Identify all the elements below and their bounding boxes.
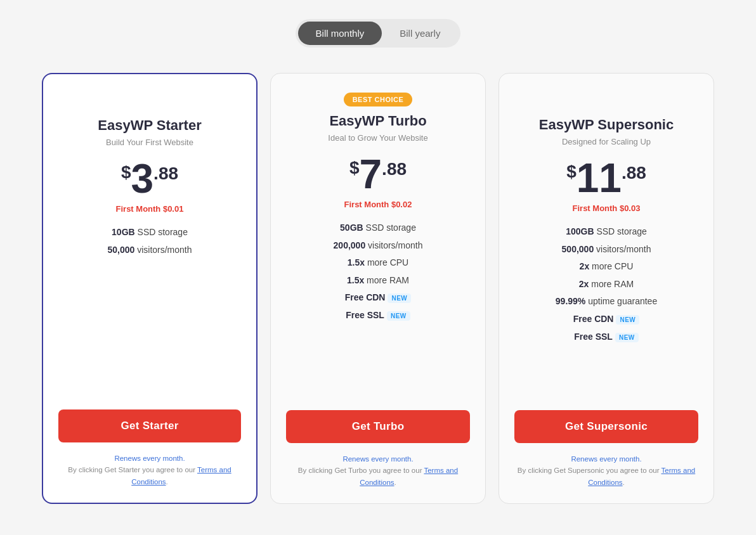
feature-item: 99.99% uptime guarantee bbox=[514, 295, 698, 308]
feature-bold: 2x bbox=[579, 279, 589, 289]
cta-button-supersonic[interactable]: Get Supersonic bbox=[514, 410, 698, 443]
price-dollar: $ bbox=[121, 162, 131, 183]
new-badge: NEW bbox=[616, 315, 639, 325]
feature-item: 50,000 visitors/month bbox=[58, 244, 241, 257]
first-month: First Month $0.02 bbox=[344, 200, 412, 209]
features-list: 50GB SSD storage200,000 visitors/month1.… bbox=[286, 222, 470, 395]
price-dollar: $ bbox=[349, 158, 360, 178]
price-block: $ 3 .88 bbox=[121, 158, 178, 199]
new-badge: NEW bbox=[388, 293, 411, 303]
feature-bold: Free SSL bbox=[346, 310, 384, 320]
feature-item: Free SSLNEW bbox=[286, 309, 470, 322]
feature-bold: 99.99% bbox=[556, 296, 585, 306]
feature-bold: Free SSL bbox=[574, 332, 613, 342]
feature-item: 200,000 visitors/month bbox=[286, 240, 470, 252]
renew-line: Renews every month. bbox=[58, 453, 241, 464]
feature-bold: 500,000 bbox=[562, 244, 594, 254]
plan-card-starter: EasyWP Starter Build Your First Website … bbox=[42, 73, 257, 504]
feature-item: 2x more CPU bbox=[514, 261, 698, 273]
terms-link[interactable]: Terms and Conditions bbox=[360, 467, 458, 486]
new-badge: NEW bbox=[615, 333, 639, 342]
plan-tagline: Build Your First Website bbox=[106, 138, 193, 147]
cta-button-starter[interactable]: Get Starter bbox=[58, 409, 241, 442]
plan-tagline: Ideal to Grow Your Website bbox=[328, 133, 427, 143]
price-main: 11 bbox=[577, 158, 622, 198]
feature-item: Free SSLNEW bbox=[514, 331, 698, 344]
price-main: 7 bbox=[360, 154, 382, 195]
feature-item: 100GB SSD storage bbox=[514, 226, 698, 238]
price-main: 3 bbox=[131, 158, 154, 199]
feature-bold: 100GB bbox=[566, 226, 594, 236]
plan-card-supersonic: EasyWP Supersonic Designed for Scaling U… bbox=[499, 73, 714, 504]
bill-monthly-button[interactable]: Bill monthly bbox=[298, 22, 382, 45]
plan-name: EasyWP Turbo bbox=[329, 113, 426, 129]
plan-tagline: Designed for Scaling Up bbox=[562, 137, 651, 146]
feature-bold: 50GB bbox=[340, 222, 363, 233]
price-cents: .88 bbox=[622, 163, 646, 183]
first-month: First Month $0.03 bbox=[573, 203, 641, 213]
feature-item: 1.5x more CPU bbox=[286, 257, 470, 269]
feature-bold: Free CDN bbox=[345, 292, 386, 302]
features-list: 100GB SSD storage500,000 visitors/month2… bbox=[514, 226, 698, 395]
bill-yearly-button[interactable]: Bill yearly bbox=[382, 22, 458, 45]
feature-bold: 200,000 bbox=[334, 240, 366, 250]
features-list: 10GB SSD storage50,000 visitors/month bbox=[58, 226, 241, 394]
cta-button-turbo[interactable]: Get Turbo bbox=[286, 410, 470, 443]
feature-bold: Free CDN bbox=[573, 314, 614, 324]
renew-line: Renews every month. bbox=[514, 453, 698, 465]
card-footer: Renews every month. By clicking Get Turb… bbox=[286, 453, 470, 488]
plan-name: EasyWP Supersonic bbox=[539, 117, 674, 133]
feature-item: 2x more RAM bbox=[514, 278, 698, 291]
first-month: First Month $0.01 bbox=[116, 204, 184, 214]
feature-item: 10GB SSD storage bbox=[58, 226, 241, 239]
best-choice-badge: BEST CHOICE bbox=[344, 93, 413, 106]
card-footer: Renews every month. By clicking Get Supe… bbox=[514, 453, 698, 488]
feature-item: Free CDNNEW bbox=[286, 292, 470, 304]
plan-name: EasyWP Starter bbox=[98, 117, 201, 134]
feature-bold: 10GB bbox=[112, 227, 135, 237]
feature-bold: 2x bbox=[580, 261, 590, 271]
renew-line: Renews every month. bbox=[286, 453, 470, 465]
feature-bold: 1.5x bbox=[347, 275, 364, 285]
feature-bold: 50,000 bbox=[107, 245, 134, 255]
feature-item: Free CDNNEW bbox=[514, 313, 698, 326]
feature-item: 1.5x more RAM bbox=[286, 274, 470, 287]
feature-item: 50GB SSD storage bbox=[286, 222, 470, 235]
price-block: $ 11 .88 bbox=[566, 158, 646, 198]
billing-toggle: Bill monthly Bill yearly bbox=[296, 19, 461, 48]
terms-link[interactable]: Terms and Conditions bbox=[588, 467, 695, 486]
card-footer: Renews every month. By clicking Get Star… bbox=[58, 453, 241, 487]
feature-item: 500,000 visitors/month bbox=[514, 243, 698, 256]
plan-card-turbo: BEST CHOICE EasyWP Turbo Ideal to Grow Y… bbox=[270, 73, 486, 504]
price-dollar: $ bbox=[566, 162, 577, 182]
plans-container: EasyWP Starter Build Your First Website … bbox=[29, 73, 727, 504]
price-block: $ 7 .88 bbox=[349, 154, 407, 195]
terms-link[interactable]: Terms and Conditions bbox=[131, 466, 231, 485]
new-badge: NEW bbox=[387, 311, 410, 321]
price-cents: .88 bbox=[382, 159, 407, 179]
feature-bold: 1.5x bbox=[348, 257, 365, 268]
price-cents: .88 bbox=[153, 164, 178, 184]
